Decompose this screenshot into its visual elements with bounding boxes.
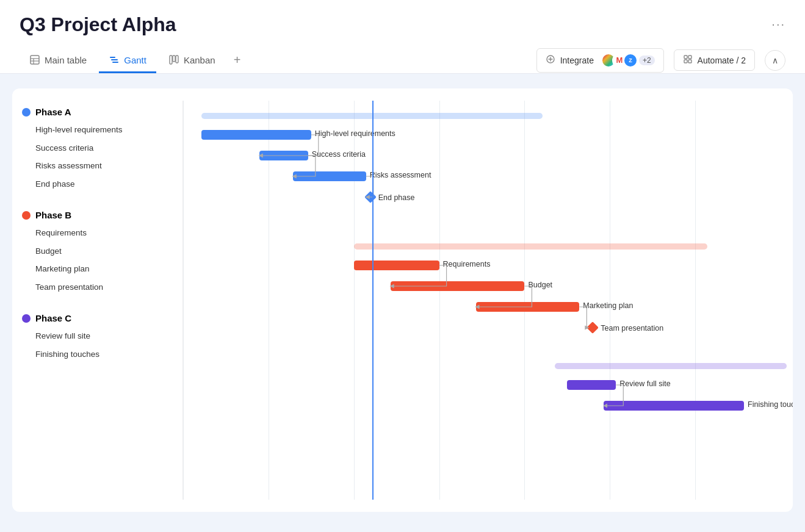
svg-rect-10 [684,56,687,59]
task-success: Success criteria [22,139,173,157]
kanban-icon [168,54,179,65]
integrate-label: Integrate [560,56,594,65]
task-risks: Risks assessment [22,157,173,175]
marketing-bar-label: Marketing plan [583,301,633,310]
gantt-chart: High-level requirementsSuccess criteriaR… [183,101,793,500]
high-level-bar-label: High-level requirements [315,129,395,138]
team-pres-diamond[interactable] [587,322,599,334]
marketing-bar[interactable] [476,302,580,312]
grid-line [524,101,525,500]
phase-bg-2 [555,363,787,369]
tab-main-table-label: Main table [45,55,87,65]
task-team-pres: Team presentation [22,278,173,297]
end-phase-a-diamond-label: End phase [378,193,415,202]
risks-bar-label: Risks assessment [370,171,431,179]
integrate-icon-3: Z [623,53,638,68]
review-bar[interactable] [567,380,616,390]
task-end-phase-a: End phase [22,175,173,193]
header: Q3 Project Alpha Main table [0,0,805,74]
more-options-button[interactable]: ··· [771,17,785,31]
svg-rect-11 [688,56,691,59]
phase-bg-1 [354,243,707,250]
svg-rect-13 [688,60,691,63]
phase-a-header: Phase A [22,107,173,117]
grid-line [695,101,696,500]
automate-label: Automate / 2 [698,56,746,65]
tabs-bar: Main table Gantt [20,47,785,73]
review-bar-label: Review full site [619,379,670,388]
phase-a-label: Phase A [35,107,71,117]
grid-line [610,101,610,500]
tabs-right: Integrate M Z +2 [536,48,785,73]
task-budget: Budget [22,242,173,261]
task-list-panel: Phase A High-level requirements Success … [12,101,183,500]
phase-b-label: Phase B [35,210,71,220]
finishing-bar[interactable] [604,401,744,411]
phase-b-dot [22,211,31,220]
svg-rect-8 [173,56,175,62]
grid-line [439,101,440,500]
requirements-bar-label: Requirements [443,260,491,268]
team-pres-diamond-label: Team presentation [601,324,663,332]
requirements-bar[interactable] [354,261,439,270]
page-title: Q3 Project Alpha [20,13,785,47]
tab-main-table[interactable]: Main table [20,48,96,73]
integrate-plus-badge: +2 [639,56,655,65]
finishing-bar-label: Finishing touches [748,400,793,409]
table-icon [29,54,40,65]
tab-kanban[interactable]: Kanban [159,48,225,73]
main-content: Phase A High-level requirements Success … [0,74,805,527]
chevron-up-icon: ∧ [772,56,778,65]
tab-gantt[interactable]: Gantt [99,48,156,73]
today-line [372,101,374,500]
tabs-left: Main table Gantt [20,47,247,73]
tab-gantt-label: Gantt [124,55,146,65]
risks-bar[interactable] [293,171,366,181]
grid-line [183,101,184,500]
svg-rect-7 [170,56,172,64]
success-bar[interactable] [259,151,308,160]
svg-rect-12 [684,60,687,63]
phase-b-header: Phase B [22,210,173,220]
phase-a-dot [22,108,31,117]
add-tab-button[interactable]: + [228,47,247,73]
tab-kanban-label: Kanban [184,55,215,65]
gantt-chart-panel: High-level requirementsSuccess criteriaR… [183,101,793,500]
collapse-button[interactable]: ∧ [765,50,785,71]
automate-icon [683,54,693,66]
integrate-button[interactable]: Integrate M Z +2 [536,48,664,73]
svg-rect-0 [31,56,39,64]
budget-bar-label: Budget [528,281,552,289]
task-marketing: Marketing plan [22,260,173,278]
svg-rect-9 [176,56,178,63]
task-high-level: High-level requirements [22,121,173,139]
gantt-icon [109,54,120,65]
phase-c-dot [22,314,31,323]
task-requirements: Requirements [22,224,173,242]
phase-c-header: Phase C [22,313,173,323]
grid-line [354,101,355,500]
budget-bar[interactable] [391,281,525,291]
grid-line [269,101,269,500]
integrate-icon [546,54,555,66]
high-level-bar[interactable] [201,130,311,140]
task-review: Review full site [22,327,173,345]
phase-c-label: Phase C [35,313,71,323]
success-bar-label: Success criteria [312,150,366,159]
end-phase-a-diamond[interactable] [364,191,377,203]
automate-button[interactable]: Automate / 2 [674,49,755,71]
gantt-container: Phase A High-level requirements Success … [12,88,793,512]
dependency-arrows [183,101,793,500]
task-finishing: Finishing touches [22,345,173,364]
